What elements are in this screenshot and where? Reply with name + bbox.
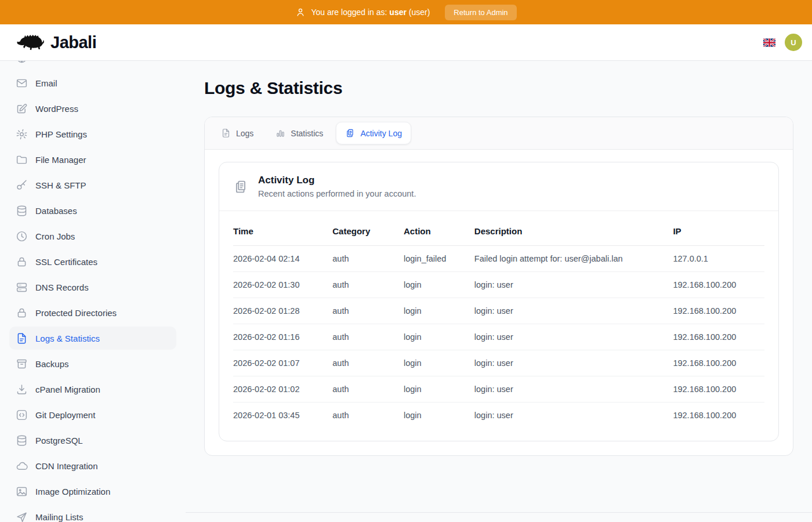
tab-statistics[interactable]: Statistics	[266, 122, 332, 144]
table-cell: login	[404, 403, 474, 429]
gear-icon	[16, 128, 28, 140]
app-header: Jabali U	[0, 24, 812, 61]
table-cell: login	[404, 376, 474, 403]
sidebar-item-php-settings[interactable]: PHP Settings	[9, 122, 176, 146]
tab-label: Logs	[236, 129, 253, 138]
table-cell: 192.168.100.200	[673, 376, 764, 403]
mail-icon	[16, 77, 28, 89]
file-text-icon	[16, 332, 28, 345]
sidebar-item-label: Email	[35, 78, 57, 88]
archive-icon	[16, 358, 28, 370]
column-header-time: Time	[233, 217, 332, 246]
sidebar-item-label: File Manager	[35, 155, 86, 165]
tab-activity-log[interactable]: Activity Log	[336, 122, 411, 144]
sidebar-item-postgresql[interactable]: PostgreSQL	[9, 429, 176, 452]
sidebar-item-label: DNS Records	[35, 282, 89, 292]
sidebar-item-dns-records[interactable]: DNS Records	[9, 276, 176, 299]
table-cell: 2026-02-02 01:16	[233, 324, 332, 350]
column-header-ip: IP	[673, 217, 764, 246]
sidebar-item-cdn-integration[interactable]: CDN Integration	[9, 454, 176, 477]
logged-in-username: user	[389, 8, 407, 17]
table-header-row: TimeCategoryActionDescriptionIP	[233, 217, 764, 246]
brand[interactable]: Jabali	[16, 32, 96, 53]
table-row: 2026-02-02 01:30authloginlogin: user192.…	[233, 272, 764, 298]
chart-icon	[276, 128, 285, 138]
main-content: Logs & Statistics LogsStatisticsActivity…	[186, 61, 812, 522]
column-header-description: Description	[474, 217, 673, 246]
return-to-admin-button[interactable]: Return to Admin	[445, 5, 516, 20]
table-cell: login	[404, 272, 474, 298]
sidebar-item-image-optimization[interactable]: Image Optimization	[9, 480, 176, 503]
table-cell: auth	[332, 403, 404, 429]
column-header-category: Category	[332, 217, 404, 246]
key-icon	[16, 179, 28, 191]
globe-icon	[16, 61, 28, 64]
sidebar-item-ssh-sftp[interactable]: SSH & SFTP	[9, 173, 176, 197]
sidebar-item-file-manager[interactable]: File Manager	[9, 148, 176, 171]
table-cell: login: user	[474, 298, 673, 324]
table-cell: auth	[332, 376, 404, 403]
sidebar-item-label: Backups	[35, 359, 69, 369]
sidebar-item-mailing-lists[interactable]: Mailing Lists	[9, 505, 176, 522]
sidebar-item-label: Protected Directories	[35, 308, 117, 318]
sidebar-item-protected-directories[interactable]: Protected Directories	[9, 301, 176, 324]
sidebar-item-databases[interactable]: Databases	[9, 199, 176, 222]
sidebar-item-label: WordPress	[35, 104, 78, 114]
sidebar-item-backups[interactable]: Backups	[9, 352, 176, 375]
database-icon	[16, 434, 28, 447]
lock-icon	[16, 307, 28, 319]
table-cell: login: user	[474, 324, 673, 350]
file-text-icon	[221, 128, 231, 138]
tab-bar: LogsStatisticsActivity Log	[205, 117, 793, 150]
table-row: 2026-02-01 03:45authloginlogin: user192.…	[233, 403, 764, 429]
sidebar-item-label: SSH & SFTP	[35, 180, 86, 190]
logged-in-message: You are logged in as: user (user)	[295, 7, 430, 17]
sidebar-item-cron-jobs[interactable]: Cron Jobs	[9, 224, 176, 248]
sidebar-item-label: Mailing Lists	[35, 512, 84, 522]
impersonation-bar: You are logged in as: user (user) Return…	[0, 0, 812, 24]
download-icon	[16, 383, 28, 396]
sidebar-item-wordpress[interactable]: WordPress	[9, 97, 176, 120]
table-cell: 192.168.100.200	[673, 298, 764, 324]
page-title: Logs & Statistics	[204, 78, 793, 98]
table-cell: 192.168.100.200	[673, 272, 764, 298]
table-row: 2026-02-02 01:28authloginlogin: user192.…	[233, 298, 764, 324]
sidebar-item-partial[interactable]	[9, 61, 176, 69]
table-cell: auth	[332, 324, 404, 350]
sidebar-item-label: SSL Certificates	[35, 257, 97, 267]
sidebar: EmailWordPressPHP SettingsFile ManagerSS…	[0, 61, 186, 522]
table-cell: 2026-02-02 01:07	[233, 350, 332, 376]
cloud-icon	[16, 460, 28, 472]
table-cell: 2026-02-02 01:30	[233, 272, 332, 298]
table-cell: auth	[332, 350, 404, 376]
footer-divider	[186, 512, 812, 513]
tab-logs[interactable]: Logs	[212, 122, 263, 144]
table-cell: Failed login attempt for: user@jabali.la…	[474, 246, 673, 272]
sidebar-item-label: PHP Settings	[35, 129, 87, 139]
clipboard-icon	[345, 128, 355, 138]
table-cell: auth	[332, 246, 404, 272]
table-cell: 192.168.100.200	[673, 324, 764, 350]
table-cell: login: user	[474, 350, 673, 376]
lock-icon	[16, 256, 28, 268]
activity-log-table: TimeCategoryActionDescriptionIP 2026-02-…	[233, 217, 764, 428]
folder-icon	[16, 154, 28, 166]
sidebar-item-label: cPanel Migration	[35, 385, 100, 394]
sidebar-item-git-deployment[interactable]: Git Deployment	[9, 403, 176, 426]
image-icon	[16, 485, 28, 498]
table-row: 2026-02-04 02:14authlogin_failedFailed l…	[233, 246, 764, 272]
sidebar-item-cpanel-migration[interactable]: cPanel Migration	[9, 378, 176, 401]
column-header-action: Action	[404, 217, 474, 246]
sidebar-item-logs-statistics[interactable]: Logs & Statistics	[9, 327, 176, 350]
user-avatar[interactable]: U	[785, 34, 802, 51]
sidebar-item-ssl-certificates[interactable]: SSL Certificates	[9, 250, 176, 273]
sidebar-item-email[interactable]: Email	[9, 71, 176, 95]
table-cell: auth	[332, 298, 404, 324]
table-cell: login	[404, 324, 474, 350]
sidebar-item-label: Git Deployment	[35, 410, 95, 420]
table-row: 2026-02-02 01:07authloginlogin: user192.…	[233, 350, 764, 376]
clock-icon	[16, 230, 28, 242]
logs-card: LogsStatisticsActivity Log Activity Log …	[204, 117, 793, 456]
uk-flag-icon[interactable]	[763, 38, 775, 47]
panel-subtitle: Recent actions performed in your account…	[258, 189, 416, 198]
